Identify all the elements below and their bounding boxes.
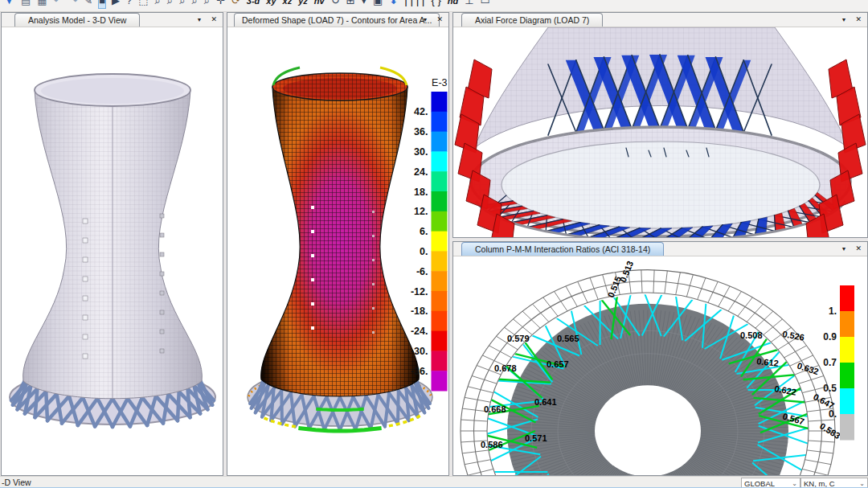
svg-text:0.: 0. bbox=[829, 408, 837, 420]
svg-text:12.: 12. bbox=[414, 206, 428, 217]
svg-text:30.: 30. bbox=[414, 146, 428, 158]
viewport-deformed-shape[interactable]: 42.36.30.24.18.12.6.0.-6.-12.-18.-24.-30… bbox=[227, 27, 448, 475]
run-analysis-icon[interactable]: ▶ bbox=[112, 0, 120, 8]
svg-text:0.7: 0.7 bbox=[823, 357, 837, 368]
svg-text:-12.: -12. bbox=[411, 286, 428, 297]
save-icon[interactable]: ▤ bbox=[21, 0, 31, 8]
svg-text:0.: 0. bbox=[420, 246, 428, 257]
ratio-label: 0.668 bbox=[484, 404, 506, 414]
ratio-label: 0.571 bbox=[525, 433, 547, 443]
status-bar: -D View GLOBAL ⌄ KN, m, C ⌄ bbox=[0, 476, 868, 488]
svg-text:1.: 1. bbox=[829, 306, 837, 317]
zoom-full-icon[interactable]: ⌕ bbox=[167, 0, 173, 8]
view-xz-button[interactable]: xz bbox=[283, 0, 293, 8]
pane-axial-force: Axial Force Diagram (LOAD 7) ▼ ✕ bbox=[452, 12, 868, 238]
pane-close-icon[interactable]: ✕ bbox=[436, 15, 443, 23]
zoom-rect-icon[interactable]: ⌕ bbox=[155, 0, 161, 8]
undo-icon[interactable]: ↶ bbox=[53, 0, 62, 8]
frame-sections-icon[interactable]: ꞁ ꞁ ꞁ ꞁ bbox=[404, 0, 424, 8]
ratio-label: 0.508 bbox=[740, 330, 763, 340]
app-window: ▼▤▦↶↷✎■▶?⬚⌕⌕⌕⌕⌕✛⟳3-dxyxzyznv↻⊞▾▣⬇ꞁ ꞁ ꞁ ꞁ… bbox=[0, 0, 868, 488]
pane-menu-icon[interactable]: ▼ bbox=[423, 17, 428, 23]
svg-text:18.: 18. bbox=[414, 187, 428, 198]
nd-button[interactable]: nd bbox=[448, 0, 458, 8]
snapshot-icon[interactable]: ⬚ bbox=[138, 0, 148, 8]
chevron-down-icon: ⌄ bbox=[859, 480, 865, 487]
pmm-legend: 1.0.90.70.50. bbox=[823, 285, 854, 441]
pane-menu-icon[interactable]: ▼ bbox=[841, 17, 847, 23]
pane-deformed-header: Deformed Shape (LOAD 7) - Contours for A… bbox=[227, 13, 448, 27]
shrink-objects-icon[interactable]: ▣ bbox=[373, 0, 383, 8]
ratio-label: 0.565 bbox=[557, 334, 579, 343]
tab-axial-force-label: Axial Force Diagram (LOAD 7) bbox=[475, 15, 589, 25]
select-object-icon[interactable]: ■ bbox=[99, 0, 105, 8]
pane-pmm-ratios: Column P-M-M Interaction Ratios (ACI 318… bbox=[452, 241, 868, 476]
view-xy-button[interactable]: xy bbox=[266, 0, 276, 8]
pane-close-icon[interactable]: ✕ bbox=[211, 15, 217, 23]
pane-menu-icon[interactable]: ▼ bbox=[841, 246, 847, 252]
svg-text:0.5: 0.5 bbox=[823, 383, 837, 394]
open-arrow-icon[interactable]: ▼ bbox=[4, 0, 14, 8]
tab-axial-force[interactable]: Axial Force Diagram (LOAD 7) bbox=[461, 13, 603, 27]
ratio-label: 0.586 bbox=[481, 440, 503, 449]
zoom-out-icon[interactable]: ⌕ bbox=[204, 0, 210, 8]
svg-text:-18.: -18. bbox=[411, 306, 428, 317]
pen-icon[interactable]: ✎ bbox=[84, 0, 92, 8]
svg-text:6.: 6. bbox=[420, 226, 428, 237]
pane-deformed-shape: Deformed Shape (LOAD 7) - Contours for A… bbox=[227, 12, 449, 476]
ratio-label: 0.657 bbox=[547, 359, 569, 369]
chevron-down-icon: ⌄ bbox=[792, 480, 797, 487]
pan-icon[interactable]: ✛ bbox=[216, 0, 225, 8]
svg-text:-30.: -30. bbox=[411, 346, 428, 357]
contour-legend: 42.36.30.24.18.12.6.0.-6.-12.-18.-24.-30… bbox=[411, 77, 448, 392]
ratio-label: 0.579 bbox=[507, 334, 530, 343]
view-yz-button[interactable]: yz bbox=[298, 0, 308, 8]
assign-icon[interactable]: ⬇ bbox=[389, 0, 398, 8]
svg-text:42.: 42. bbox=[414, 106, 428, 117]
status-message: -D View bbox=[2, 478, 31, 487]
pane-close-icon[interactable]: ✕ bbox=[855, 244, 862, 252]
support-icon[interactable]: ⊥ bbox=[465, 0, 473, 8]
svg-text:-36.: -36. bbox=[411, 366, 428, 377]
svg-text:36.: 36. bbox=[414, 126, 428, 137]
tab-pmm-ratios[interactable]: Column P-M-M Interaction Ratios (ACI 318… bbox=[461, 242, 664, 256]
view-3d-button[interactable]: 3-d bbox=[247, 0, 260, 8]
svg-text:E-3: E-3 bbox=[432, 77, 448, 88]
rotate-view-icon[interactable]: ↻ bbox=[331, 0, 340, 8]
viewport-analysis-model[interactable] bbox=[2, 27, 223, 475]
zoom-in-icon[interactable]: ⌕ bbox=[191, 0, 197, 8]
image-icon[interactable]: ▭ bbox=[481, 0, 490, 8]
viewport-axial-force[interactable] bbox=[453, 27, 867, 237]
refresh-view-icon[interactable]: ⟳ bbox=[231, 0, 240, 8]
help-icon[interactable]: ? bbox=[126, 0, 132, 8]
pane-analysis-header: Analysis Model - 3-D View ▼ ✕ bbox=[2, 13, 223, 27]
redo-icon[interactable]: ↷ bbox=[68, 0, 77, 8]
svg-text:0.9: 0.9 bbox=[823, 331, 837, 342]
pane-close-icon[interactable]: ✕ bbox=[855, 15, 862, 23]
pane-analysis-model: Analysis Model - 3-D View ▼ ✕ bbox=[1, 12, 223, 476]
ratio-label: 0.641 bbox=[534, 397, 557, 407]
units-value: KN, m, C bbox=[804, 479, 835, 488]
tab-analysis-model-label: Analysis Model - 3-D View bbox=[28, 15, 126, 25]
pane-axial-header: Axial Force Diagram (LOAD 7) ▼ ✕ bbox=[453, 13, 867, 27]
export-tables-icon[interactable]: ▦ bbox=[37, 0, 47, 8]
svg-text:-6.: -6. bbox=[416, 266, 428, 277]
object-grid-icon[interactable]: ⊞ bbox=[346, 0, 355, 8]
svg-text:-24.: -24. bbox=[411, 326, 428, 337]
tab-analysis-model[interactable]: Analysis Model - 3-D View bbox=[14, 13, 140, 27]
pane-pmm-header: Column P-M-M Interaction Ratios (ACI 318… bbox=[453, 242, 867, 256]
tab-deformed-shape-label: Deformed Shape (LOAD 7) - Contours for A… bbox=[242, 15, 432, 25]
tab-pmm-ratios-label: Column P-M-M Interaction Ratios (ACI 318… bbox=[475, 244, 650, 254]
svg-text:24.: 24. bbox=[414, 166, 428, 178]
main-toolbar: ▼▤▦↶↷✎■▶?⬚⌕⌕⌕⌕⌕✛⟳3-dxyxzyznv↻⊞▾▣⬇ꞁ ꞁ ꞁ ꞁ… bbox=[0, 0, 868, 12]
view-nv-button[interactable]: nv bbox=[314, 0, 325, 8]
ratio-label: 0.678 bbox=[494, 363, 517, 373]
tab-deformed-shape[interactable]: Deformed Shape (LOAD 7) - Contours for A… bbox=[234, 13, 440, 27]
dropdown-icon[interactable]: ▾ bbox=[361, 0, 366, 8]
braces-icon[interactable]: { } bbox=[431, 0, 440, 8]
pane-menu-icon[interactable]: ▼ bbox=[197, 17, 203, 23]
viewport-pmm-ratios[interactable]: 0.5150.5130.5790.5650.6780.6570.6680.641… bbox=[453, 256, 867, 475]
zoom-prev-icon[interactable]: ⌕ bbox=[179, 0, 185, 8]
coord-system-value: GLOBAL bbox=[744, 479, 775, 488]
